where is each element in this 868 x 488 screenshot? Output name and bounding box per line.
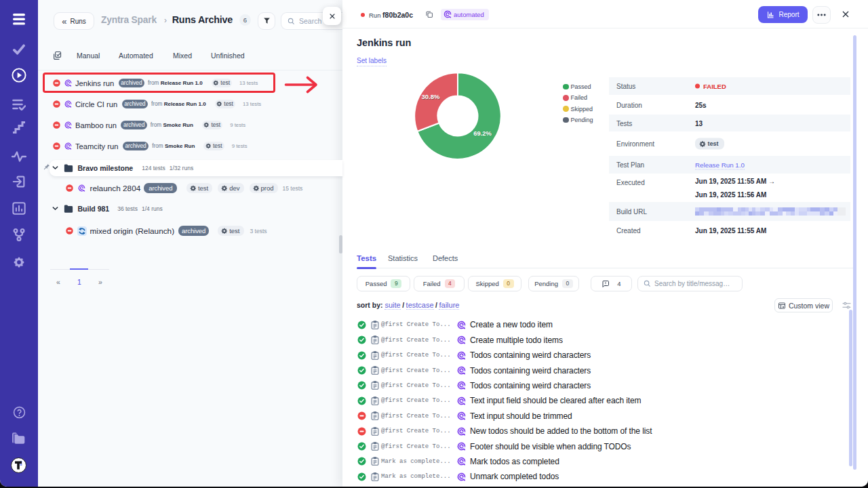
svg-text:69.2%: 69.2% — [473, 129, 492, 137]
svg-text:30.8%: 30.8% — [421, 93, 439, 100]
